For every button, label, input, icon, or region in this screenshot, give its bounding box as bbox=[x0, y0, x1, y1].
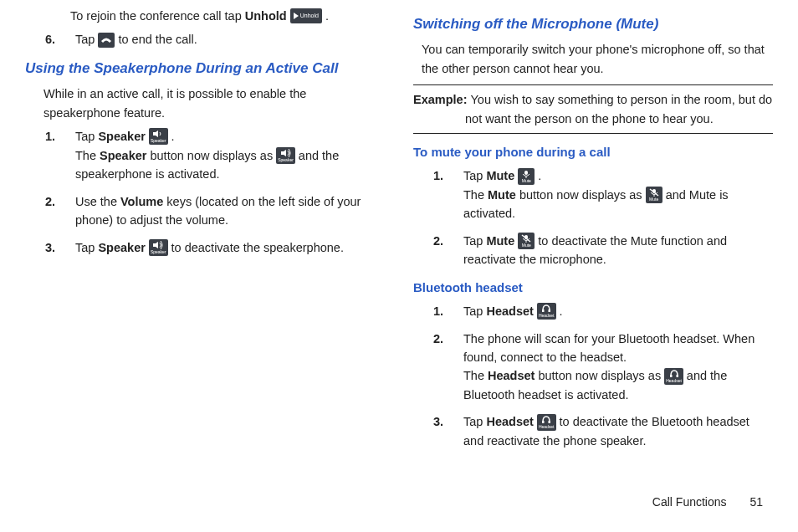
step-number: 2. bbox=[45, 192, 55, 211]
text: Tap bbox=[75, 241, 98, 254]
text: to end the call. bbox=[115, 33, 197, 46]
svg-rect-11 bbox=[676, 375, 678, 377]
icon-label: Speaker bbox=[151, 139, 166, 143]
headset-bold: Headset bbox=[486, 304, 533, 318]
text: . bbox=[535, 169, 541, 182]
text: Tap bbox=[75, 33, 98, 46]
speaker-bold: Speaker bbox=[98, 241, 145, 254]
headset-off-icon: Headset bbox=[537, 303, 556, 320]
icon-label: Mute bbox=[522, 243, 531, 248]
text: . bbox=[168, 130, 175, 143]
m-step-2: 2. Tap Mute Mute to deactivate the Mute … bbox=[448, 232, 773, 269]
speaker-bold: Speaker bbox=[98, 130, 145, 143]
speaker-off-icon: Speaker bbox=[149, 128, 168, 145]
rejoin-line: To rejoin the conference call tap Unhold… bbox=[70, 7, 385, 25]
icon-label: Mute bbox=[649, 197, 658, 202]
icon-label: Speaker bbox=[151, 250, 166, 254]
speaker-on-icon: Speaker bbox=[276, 147, 295, 164]
step-number: 1. bbox=[45, 127, 55, 146]
headset-on-icon: Headset bbox=[664, 368, 683, 385]
example-box: Example: You wish to say something to pe… bbox=[413, 84, 773, 134]
mute-intro: You can temporarily switch your phone's … bbox=[422, 40, 773, 78]
step-6: 6. Tap to end the call. bbox=[60, 30, 385, 49]
step-number: 1. bbox=[433, 302, 443, 320]
unhold-icon-label: Unhold bbox=[300, 12, 319, 21]
end-call-icon bbox=[98, 33, 115, 48]
text: To rejoin the conference call tap bbox=[70, 9, 245, 23]
left-column: To rejoin the conference call tap Unhold… bbox=[25, 5, 385, 510]
mute-bold: Mute bbox=[486, 169, 514, 182]
text: button now displays as bbox=[146, 149, 276, 162]
svg-rect-8 bbox=[542, 309, 545, 312]
b-step-1: 1. Tap Headset Headset . bbox=[448, 302, 773, 320]
bt-steps: 1. Tap Headset Headset . 2. The phone wi… bbox=[413, 302, 773, 450]
right-column: Switching off the Microphone (Mute) You … bbox=[413, 5, 773, 510]
mute-steps: 1. Tap Mute Mute . The Mute button now d… bbox=[413, 166, 773, 269]
step-number: 2. bbox=[433, 330, 443, 348]
mute-bold: Mute bbox=[486, 234, 514, 248]
text: to deactivate the speakerphone. bbox=[171, 241, 344, 254]
example-body: Example: You wish to say something to pe… bbox=[413, 90, 773, 128]
svg-rect-0 bbox=[524, 171, 528, 175]
page-number: 51 bbox=[749, 495, 763, 509]
text: The bbox=[75, 149, 100, 162]
text: The phone will scan for your Bluetooth h… bbox=[463, 332, 755, 364]
unhold-icon: Unhold bbox=[290, 8, 322, 23]
icon-label: Headset bbox=[539, 314, 555, 318]
text: Tap bbox=[463, 234, 486, 248]
headset-bold: Headset bbox=[486, 415, 533, 428]
text: The bbox=[463, 188, 488, 202]
text: button now displays as bbox=[535, 369, 664, 382]
speakerphone-intro: While in an active call, it is possible … bbox=[43, 84, 385, 122]
speaker-steps: 1. Tap Speaker Speaker . The Speaker but… bbox=[25, 127, 385, 257]
text: The bbox=[463, 369, 488, 382]
text: button now displays as bbox=[516, 188, 646, 202]
icon-label: Mute bbox=[522, 179, 531, 183]
text: Tap bbox=[463, 169, 486, 182]
text: . bbox=[322, 9, 329, 23]
svg-rect-12 bbox=[542, 421, 545, 423]
text: Tap bbox=[463, 304, 486, 318]
svg-rect-10 bbox=[670, 375, 673, 377]
mute-bold: Mute bbox=[488, 188, 516, 202]
step-number: 3. bbox=[433, 412, 443, 431]
mute-on-icon: Mute bbox=[518, 233, 535, 249]
conf-steps-continued: 6. Tap to end the call. bbox=[25, 30, 385, 49]
text: . bbox=[556, 304, 563, 318]
footer: Call Functions 51 bbox=[652, 494, 763, 512]
unhold-bold: Unhold bbox=[245, 9, 287, 23]
m-step-1: 1. Tap Mute Mute . The Mute button now d… bbox=[448, 166, 773, 223]
step-number: 1. bbox=[433, 166, 443, 185]
step-number: 3. bbox=[45, 238, 55, 257]
volume-bold: Volume bbox=[120, 195, 163, 208]
icon-label: Speaker bbox=[278, 158, 294, 162]
example-text: You wish to say something to person in t… bbox=[465, 93, 772, 125]
b-step-2: 2. The phone will scan for your Bluetoot… bbox=[448, 330, 773, 405]
step-number: 2. bbox=[433, 232, 443, 250]
sp-step-2: 2. Use the Volume keys (located on the l… bbox=[60, 192, 385, 230]
svg-rect-9 bbox=[549, 309, 551, 312]
svg-rect-13 bbox=[549, 421, 551, 423]
icon-label: Headset bbox=[539, 425, 555, 429]
heading-mute-during-call: To mute your phone during a call bbox=[413, 142, 773, 161]
footer-section: Call Functions bbox=[652, 495, 727, 509]
sp-step-3: 3. Tap Speaker Speaker to deactivate the… bbox=[60, 238, 385, 257]
step-number: 6. bbox=[45, 30, 55, 49]
headset-on-icon: Headset bbox=[537, 414, 556, 431]
headset-bold: Headset bbox=[488, 369, 535, 382]
heading-bluetooth: Bluetooth headset bbox=[413, 278, 773, 297]
text: Use the bbox=[75, 195, 120, 208]
sp-step-1: 1. Tap Speaker Speaker . The Speaker but… bbox=[60, 127, 385, 183]
b-step-3: 3. Tap Headset Headset to deactivate the… bbox=[448, 412, 773, 450]
heading-mute: Switching off the Microphone (Mute) bbox=[413, 13, 773, 35]
text: Tap bbox=[75, 130, 98, 143]
mute-on-icon: Mute bbox=[646, 187, 662, 203]
speaker-bold: Speaker bbox=[100, 149, 146, 162]
speaker-on-icon: Speaker bbox=[149, 239, 168, 256]
example-label: Example: bbox=[413, 93, 471, 106]
mute-off-icon: Mute bbox=[518, 168, 535, 185]
icon-label: Headset bbox=[666, 379, 682, 383]
heading-speakerphone: Using the Speakerphone During an Active … bbox=[25, 58, 385, 79]
page: To rejoin the conference call tap Unhold… bbox=[0, 0, 798, 519]
text: Tap bbox=[463, 415, 486, 428]
